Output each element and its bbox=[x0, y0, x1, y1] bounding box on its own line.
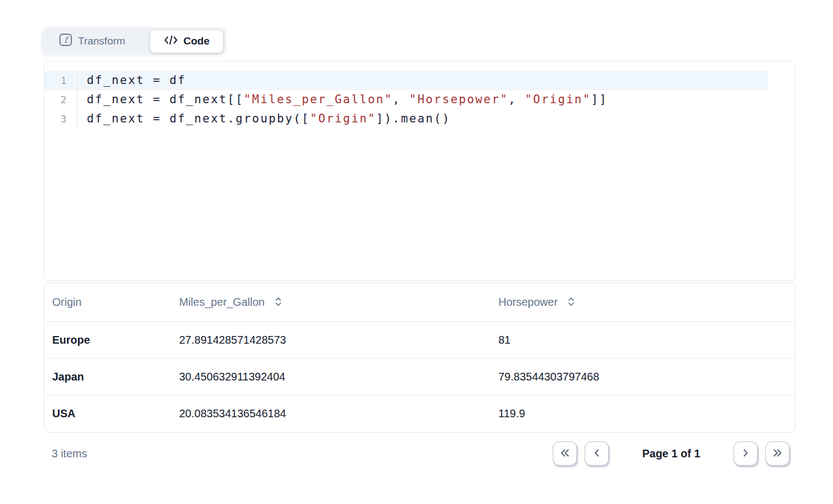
value-cell: 119.9 bbox=[491, 407, 795, 420]
next-page-button[interactable] bbox=[734, 441, 758, 466]
code-token-plain: , bbox=[393, 93, 409, 106]
column-header-label: Origin bbox=[52, 296, 81, 309]
table-row: USA20.083534136546184119.9 bbox=[45, 395, 795, 432]
code-token-string: "Origin" bbox=[525, 93, 591, 106]
code-editor-lines: 1df_next = df2df_next = df_next[["Miles_… bbox=[45, 71, 795, 128]
line-number: 3 bbox=[45, 109, 77, 128]
table-footer: 3 items Page 1 of 1 bbox=[44, 441, 796, 466]
code-token-string: "Origin" bbox=[310, 112, 376, 125]
pagination: Page 1 of 1 bbox=[553, 441, 790, 466]
items-count: 3 items bbox=[52, 447, 87, 460]
next-page-icon bbox=[740, 447, 752, 461]
value-cell: 30.450632911392404 bbox=[171, 371, 491, 383]
value-cell: 20.083534136546184 bbox=[171, 407, 491, 420]
code-token-string: "Miles_per_Gallon" bbox=[244, 93, 393, 106]
row-index-cell: Japan bbox=[45, 371, 171, 383]
view-switcher: f Transform Code bbox=[42, 27, 226, 55]
code-token-plain: ]).mean() bbox=[376, 112, 451, 125]
table-header-row: Origin Miles_per_Gallon Horsepower bbox=[45, 283, 795, 322]
sort-up-down-icon bbox=[275, 296, 282, 309]
code-editor[interactable]: 1df_next = df2df_next = df_next[["Miles_… bbox=[44, 61, 796, 281]
column-header-label: Miles_per_Gallon bbox=[179, 296, 265, 309]
editor-line[interactable]: 2df_next = df_next[["Miles_per_Gallon", … bbox=[45, 90, 795, 109]
code-line[interactable]: df_next = df_next.groupby(["Origin"]).me… bbox=[77, 109, 795, 128]
svg-text:f: f bbox=[64, 35, 70, 45]
code-brackets-icon bbox=[164, 35, 178, 48]
sort-button-miles-per-gallon[interactable] bbox=[275, 296, 282, 309]
code-token-plain: , bbox=[508, 93, 525, 106]
table-row: Europe27.89142857142857381 bbox=[45, 322, 795, 359]
sort-up-down-icon bbox=[568, 296, 575, 309]
value-cell: 81 bbox=[491, 334, 795, 346]
code-token-string: "Horsepower" bbox=[409, 93, 509, 106]
function-icon: f bbox=[59, 33, 72, 49]
column-header-origin: Origin bbox=[45, 296, 171, 309]
page-indicator: Page 1 of 1 bbox=[617, 447, 726, 460]
code-token-plain: ]] bbox=[591, 93, 608, 106]
table-row: Japan30.45063291139240479.83544303797468 bbox=[45, 359, 795, 395]
row-index-cell: Europe bbox=[45, 334, 171, 346]
row-index-cell: USA bbox=[45, 407, 171, 420]
line-number: 1 bbox=[45, 71, 77, 90]
tab-code[interactable]: Code bbox=[150, 30, 223, 53]
prev-page-button[interactable] bbox=[585, 441, 609, 466]
code-token-plain: df_next = df_next[[ bbox=[87, 93, 244, 106]
table-body: Europe27.89142857142857381Japan30.450632… bbox=[45, 322, 795, 432]
code-line[interactable]: df_next = df_next[["Miles_per_Gallon", "… bbox=[77, 90, 795, 109]
column-header-miles-per-gallon: Miles_per_Gallon bbox=[171, 296, 491, 309]
column-header-horsepower: Horsepower bbox=[491, 296, 795, 309]
result-table: Origin Miles_per_Gallon Horsepower bbox=[44, 283, 796, 433]
tab-transform-label: Transform bbox=[78, 35, 125, 47]
sort-button-horsepower[interactable] bbox=[568, 296, 575, 309]
last-page-icon bbox=[771, 447, 784, 461]
value-cell: 27.891428571428573 bbox=[171, 334, 491, 346]
first-page-icon bbox=[559, 447, 571, 461]
editor-line[interactable]: 3df_next = df_next.groupby(["Origin"]).m… bbox=[45, 109, 795, 128]
code-token-plain: df_next = df bbox=[87, 74, 186, 87]
tab-transform[interactable]: f Transform bbox=[42, 33, 125, 49]
code-token-plain: df_next = df_next.groupby([ bbox=[87, 112, 310, 125]
line-number: 2 bbox=[45, 90, 77, 109]
value-cell: 79.83544303797468 bbox=[491, 371, 795, 383]
code-line[interactable]: df_next = df bbox=[77, 71, 795, 90]
prev-page-icon bbox=[591, 447, 603, 461]
editor-line[interactable]: 1df_next = df bbox=[45, 71, 795, 90]
column-header-label: Horsepower bbox=[498, 296, 558, 309]
tab-code-label: Code bbox=[184, 35, 210, 47]
first-page-button[interactable] bbox=[553, 441, 577, 466]
last-page-button[interactable] bbox=[765, 441, 790, 466]
